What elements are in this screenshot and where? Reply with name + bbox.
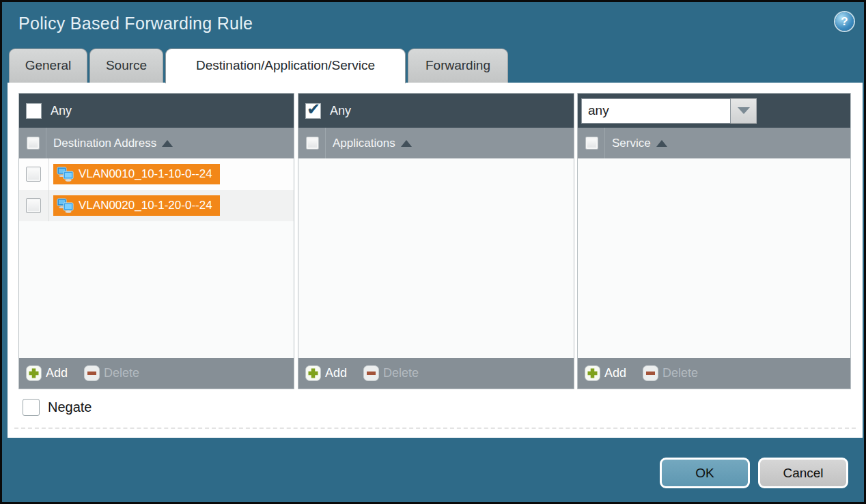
- destination-column-label: Destination Address: [53, 137, 156, 150]
- negate-option: Negate: [23, 399, 92, 416]
- negate-checkbox[interactable]: [23, 399, 40, 416]
- tab-destination-application-service[interactable]: Destination/Application/Service: [165, 48, 406, 83]
- applications-list: [298, 158, 574, 358]
- delete-button[interactable]: Delete: [643, 365, 698, 381]
- add-plus-icon: [26, 365, 42, 381]
- applications-panel: ✔ Any Applications Add: [298, 93, 574, 389]
- sort-ascending-arrow-icon[interactable]: [162, 140, 173, 147]
- policy-based-forwarding-rule-dialog: Policy Based Forwarding Rule ? General S…: [0, 0, 866, 504]
- service-column-header[interactable]: Service: [578, 128, 850, 158]
- service-panel: any Service Add: [577, 93, 851, 389]
- applications-column-header[interactable]: Applications: [298, 128, 574, 158]
- delete-minus-icon: [363, 365, 379, 381]
- tab-bar: General Source Destination/Application/S…: [2, 48, 864, 83]
- service-any-bar: any: [578, 94, 850, 128]
- service-dropdown[interactable]: any: [581, 98, 757, 124]
- applications-any-checkbox[interactable]: ✔: [305, 103, 321, 119]
- delete-minus-icon: [643, 365, 658, 381]
- sort-ascending-arrow-icon[interactable]: [656, 140, 667, 147]
- destination-column-header[interactable]: Destination Address: [19, 128, 294, 158]
- destination-any-bar: Any: [19, 94, 294, 128]
- destination-select-all-checkbox[interactable]: [27, 137, 40, 150]
- table-row[interactable]: VLAN0020_10-1-20-0--24: [19, 190, 294, 221]
- dialog-title: Policy Based Forwarding Rule: [18, 14, 253, 33]
- address-entry-label: VLAN0020_10-1-20-0--24: [79, 199, 212, 212]
- destination-any-label: Any: [51, 104, 72, 118]
- applications-column-label: Applications: [333, 137, 395, 150]
- delete-button[interactable]: Delete: [84, 365, 139, 381]
- sort-ascending-arrow-icon[interactable]: [401, 140, 412, 147]
- service-dropdown-button[interactable]: [731, 98, 757, 124]
- destination-button-bar: Add Delete: [19, 358, 294, 389]
- service-column-label: Service: [612, 137, 651, 150]
- ok-button[interactable]: OK: [660, 458, 750, 488]
- applications-select-all-checkbox[interactable]: [306, 137, 319, 150]
- applications-button-bar: Add Delete: [298, 358, 574, 389]
- destination-any-checkbox[interactable]: [26, 103, 42, 119]
- address-group-icon: [57, 198, 74, 213]
- service-select-all-checkbox[interactable]: [585, 137, 598, 150]
- tab-forwarding[interactable]: Forwarding: [408, 48, 508, 83]
- table-row[interactable]: VLAN0010_10-1-10-0--24: [19, 158, 294, 190]
- add-button[interactable]: Add: [26, 365, 68, 381]
- help-icon[interactable]: ?: [835, 12, 854, 31]
- delete-minus-icon: [84, 365, 100, 381]
- checkmark-icon: ✔: [307, 100, 320, 119]
- add-button[interactable]: Add: [305, 365, 347, 381]
- address-group-icon: [57, 167, 74, 182]
- negate-label: Negate: [48, 400, 92, 415]
- row-checkbox[interactable]: [26, 198, 41, 213]
- resize-grip-line: [14, 428, 856, 429]
- service-list: [578, 158, 850, 358]
- applications-any-label: Any: [330, 104, 351, 118]
- service-dropdown-value[interactable]: any: [581, 98, 731, 124]
- destination-list: VLAN0010_10-1-10-0--24: [19, 158, 294, 358]
- applications-any-bar: ✔ Any: [298, 94, 574, 128]
- row-checkbox[interactable]: [26, 167, 41, 182]
- tab-general[interactable]: General: [9, 48, 87, 83]
- service-button-bar: Add Delete: [578, 358, 850, 389]
- chevron-down-icon: [738, 107, 750, 114]
- cancel-button[interactable]: Cancel: [758, 458, 848, 488]
- delete-button[interactable]: Delete: [363, 365, 419, 381]
- destination-address-panel: Any Destination Address: [18, 93, 294, 389]
- address-entry-label: VLAN0010_10-1-10-0--24: [79, 167, 212, 181]
- address-entry[interactable]: VLAN0010_10-1-10-0--24: [53, 164, 220, 184]
- add-plus-icon: [585, 365, 600, 381]
- add-button[interactable]: Add: [585, 365, 626, 381]
- add-plus-icon: [305, 365, 321, 381]
- tab-content-area: Any Destination Address: [8, 83, 863, 438]
- tab-source[interactable]: Source: [89, 48, 163, 83]
- address-entry[interactable]: VLAN0020_10-1-20-0--24: [53, 195, 220, 216]
